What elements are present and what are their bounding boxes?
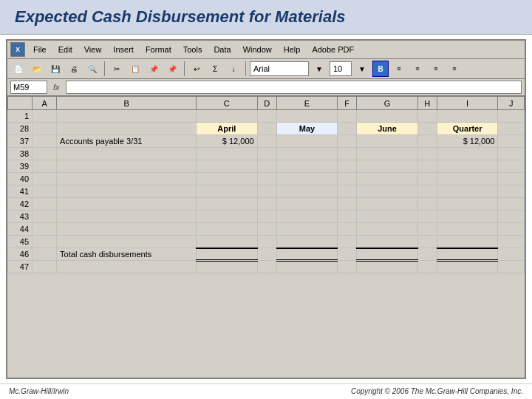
print-button[interactable]: 🖨 xyxy=(66,61,82,77)
cell-j46[interactable] xyxy=(498,248,525,261)
cell-i38[interactable] xyxy=(437,148,498,160)
bold-button[interactable]: B xyxy=(372,61,389,77)
font-dropdown[interactable]: ▼ xyxy=(311,61,327,77)
cell-i44[interactable] xyxy=(437,223,498,236)
cell-a46[interactable] xyxy=(33,248,57,261)
align-right-button[interactable]: ≡ xyxy=(428,61,444,77)
new-button[interactable]: 📄 xyxy=(10,61,27,77)
cell-f42[interactable] xyxy=(338,198,357,211)
cell-e28-may[interactable]: May xyxy=(276,123,338,135)
menu-window[interactable]: Window xyxy=(241,44,274,55)
cell-g44[interactable] xyxy=(357,223,418,236)
cell-c43[interactable] xyxy=(197,211,258,223)
cell-i40[interactable] xyxy=(437,173,498,185)
cell-c45[interactable] xyxy=(197,236,258,248)
sort-button[interactable]: ↓ xyxy=(225,61,242,77)
cell-c44[interactable] xyxy=(197,223,258,236)
cell-a43[interactable] xyxy=(33,211,57,223)
cell-a38[interactable] xyxy=(33,148,57,160)
cell-a40[interactable] xyxy=(33,173,57,185)
undo-button[interactable]: ↩ xyxy=(188,61,205,77)
cell-g43[interactable] xyxy=(357,211,418,223)
cell-e43[interactable] xyxy=(276,211,338,223)
cell-g28-june[interactable]: June xyxy=(357,123,418,135)
cell-b47[interactable] xyxy=(57,261,197,273)
cell-e41[interactable] xyxy=(276,185,338,198)
preview-button[interactable]: 🔍 xyxy=(84,61,100,77)
cell-i41[interactable] xyxy=(437,185,498,198)
cell-b41[interactable] xyxy=(57,185,197,198)
cell-g46[interactable] xyxy=(357,248,418,261)
font-selector[interactable] xyxy=(250,61,309,76)
cell-h43[interactable] xyxy=(417,211,437,223)
cell-f40[interactable] xyxy=(338,173,357,185)
cell-d40[interactable] xyxy=(257,173,276,185)
cell-d1[interactable] xyxy=(257,110,276,123)
cell-h28[interactable] xyxy=(417,123,437,135)
cell-d28[interactable] xyxy=(257,123,276,135)
cell-c38[interactable] xyxy=(197,148,258,160)
cell-g45[interactable] xyxy=(357,236,418,248)
cell-g47[interactable] xyxy=(357,261,418,273)
menu-view[interactable]: View xyxy=(82,44,104,55)
cell-e46[interactable] xyxy=(276,248,338,261)
menu-adobe[interactable]: Adobe PDF xyxy=(310,44,356,55)
cell-c1[interactable] xyxy=(197,110,258,123)
merge-button[interactable]: ≡ xyxy=(446,61,463,77)
cell-e45[interactable] xyxy=(276,236,338,248)
cell-b28[interactable] xyxy=(57,123,197,135)
cell-i1[interactable] xyxy=(437,110,498,123)
menu-insert[interactable]: Insert xyxy=(111,44,136,55)
cell-c47[interactable] xyxy=(197,261,258,273)
cell-b45[interactable] xyxy=(57,236,197,248)
cell-h1[interactable] xyxy=(417,110,437,123)
cell-j37[interactable] xyxy=(498,135,525,148)
cell-i37-value[interactable]: $ 12,000 xyxy=(437,135,498,148)
cell-d47[interactable] xyxy=(257,261,276,273)
cell-h46[interactable] xyxy=(417,248,437,261)
cell-b44[interactable] xyxy=(57,223,197,236)
cell-d39[interactable] xyxy=(257,160,276,173)
cell-f41[interactable] xyxy=(338,185,357,198)
cell-a47[interactable] xyxy=(33,261,57,273)
cell-d37[interactable] xyxy=(257,135,276,148)
align-center-button[interactable]: ≡ xyxy=(409,61,426,77)
cell-h47[interactable] xyxy=(417,261,437,273)
cell-g1[interactable] xyxy=(357,110,418,123)
cell-g38[interactable] xyxy=(357,148,418,160)
cell-b40[interactable] xyxy=(57,173,197,185)
cell-g41[interactable] xyxy=(357,185,418,198)
cell-d38[interactable] xyxy=(257,148,276,160)
cell-j28[interactable] xyxy=(498,123,525,135)
cell-j41[interactable] xyxy=(498,185,525,198)
cell-i43[interactable] xyxy=(437,211,498,223)
cell-d44[interactable] xyxy=(257,223,276,236)
paste-button[interactable]: 📌 xyxy=(146,61,162,77)
menu-file[interactable]: File xyxy=(31,44,49,55)
cell-b39[interactable] xyxy=(57,160,197,173)
cell-b37-label[interactable]: Accounts payable 3/31 xyxy=(57,135,197,148)
cell-i46[interactable] xyxy=(437,248,498,261)
menu-tools[interactable]: Tools xyxy=(181,44,205,55)
cell-a41[interactable] xyxy=(33,185,57,198)
cell-h38[interactable] xyxy=(417,148,437,160)
size-dropdown[interactable]: ▼ xyxy=(354,61,370,77)
menu-edit[interactable]: Edit xyxy=(56,44,75,55)
cell-j43[interactable] xyxy=(498,211,525,223)
cell-c41[interactable] xyxy=(197,185,258,198)
cell-d46[interactable] xyxy=(257,248,276,261)
cell-b1[interactable] xyxy=(57,110,197,123)
cell-j38[interactable] xyxy=(498,148,525,160)
cell-i39[interactable] xyxy=(437,160,498,173)
cell-b43[interactable] xyxy=(57,211,197,223)
cell-e47[interactable] xyxy=(276,261,338,273)
cell-h42[interactable] xyxy=(417,198,437,211)
cell-f38[interactable] xyxy=(338,148,357,160)
cell-f43[interactable] xyxy=(338,211,357,223)
cell-c37-value[interactable]: $ 12,000 xyxy=(197,135,258,148)
cut-button[interactable]: ✂ xyxy=(109,61,125,77)
cell-a44[interactable] xyxy=(33,223,57,236)
align-left-button[interactable]: ≡ xyxy=(391,61,407,77)
cell-b46-label[interactable]: Total cash disbursements xyxy=(57,248,197,261)
cell-d45[interactable] xyxy=(257,236,276,248)
